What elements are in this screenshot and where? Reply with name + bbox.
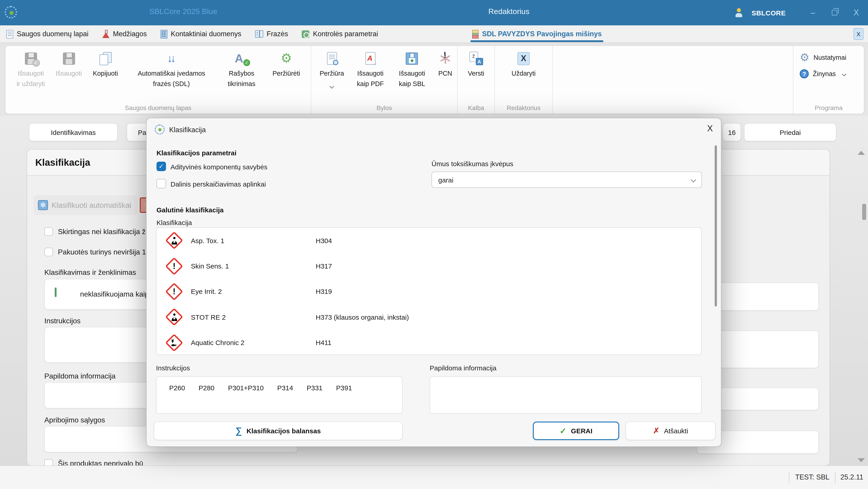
document-icon bbox=[6, 30, 13, 38]
tab-label: Saugos duomenų lapai bbox=[17, 30, 88, 38]
classification-list-label: Klasifikacija bbox=[156, 219, 192, 226]
button-label: tikrinimas bbox=[228, 80, 255, 88]
dialog-logo-icon bbox=[155, 124, 165, 135]
p-codes-field[interactable]: P260 P280 P301+P310 P314 P331 P391 bbox=[156, 376, 403, 414]
button-label: ir uždaryti bbox=[17, 80, 45, 88]
button-label: Versti bbox=[468, 69, 485, 78]
close-window-button[interactable]: X bbox=[850, 8, 863, 18]
question-mark-icon: ? bbox=[800, 69, 809, 78]
hazard-statement-code: H373 (klausos organai, inkstai) bbox=[316, 313, 409, 321]
copy-icon bbox=[99, 52, 112, 65]
translate-button[interactable]: A Versti bbox=[458, 46, 494, 78]
button-label: kaip SBL bbox=[399, 80, 425, 88]
checkbox-product-exempt[interactable] bbox=[44, 459, 53, 465]
p-code[interactable]: P280 bbox=[198, 384, 214, 392]
classification-list[interactable]: Asp. Tox. 1 H304 ! Skin Sens. 1 H317 ! E… bbox=[156, 227, 702, 355]
button-label: Peržiūrėti bbox=[273, 69, 300, 78]
save-as-sbl-button[interactable]: Išsaugoti kaip SBL bbox=[391, 46, 433, 88]
module-tabbar: Saugos duomenų lapai Medžiagos Kontaktin… bbox=[0, 25, 868, 43]
ghs08-health-hazard-pictogram bbox=[165, 232, 183, 250]
hazard-class-name: Asp. Tox. 1 bbox=[191, 237, 316, 244]
p-code[interactable]: P314 bbox=[277, 384, 293, 392]
close-editor-button[interactable]: X Uždaryti bbox=[501, 46, 546, 78]
hazard-statement-code: H304 bbox=[316, 237, 332, 244]
button-label: GERAI bbox=[571, 427, 592, 435]
tab-contact-data[interactable]: Kontaktiniai duomenys bbox=[158, 25, 243, 42]
group-label-files: Bylos bbox=[311, 104, 457, 111]
minimize-button[interactable]: – bbox=[806, 8, 819, 18]
list-item[interactable]: ! Skin Sens. 1 H317 bbox=[156, 253, 701, 279]
ok-button[interactable]: ✓ GERAI bbox=[533, 422, 619, 440]
close-document-tab-button[interactable]: X bbox=[854, 28, 864, 40]
page-tab-label: Priedai bbox=[780, 128, 801, 136]
statusbar: TEST: SBL 25.2.11 bbox=[0, 465, 868, 489]
not-classified-label: neklasifikuojama kaip bbox=[80, 290, 149, 298]
ribbon-group-language: A Versti Kalba bbox=[458, 46, 495, 114]
x-icon: ✗ bbox=[653, 426, 659, 436]
classify-automatically-button[interactable]: ✻ Klasifikuoti automatiškai bbox=[33, 195, 137, 215]
additional-info-field[interactable] bbox=[430, 376, 702, 414]
hazard-statement-code: H317 bbox=[316, 262, 332, 270]
save-and-close-button[interactable]: ✓ Išsaugoti ir uždaryti bbox=[10, 46, 52, 88]
dialog-scrollbar-thumb[interactable] bbox=[715, 145, 717, 307]
tab-label: Frazės bbox=[267, 30, 288, 38]
ribbon: ✓ Išsaugoti ir uždaryti Išsaugoti Kopiju… bbox=[5, 45, 864, 114]
checkbox-different-classification[interactable] bbox=[44, 227, 53, 236]
copy-button[interactable]: Kopijuoti bbox=[86, 46, 125, 78]
auto-phrases-button[interactable]: ↓↓ Automatiškai įvedamos frazės (SDL) bbox=[125, 46, 218, 88]
restore-button[interactable] bbox=[832, 10, 837, 16]
additional-info-label: Papildoma informacija bbox=[44, 372, 116, 380]
preview-button[interactable]: Peržiūra bbox=[314, 46, 350, 90]
list-item[interactable]: ! Eye Irrit. 2 H319 bbox=[156, 279, 701, 305]
page-tab-identification[interactable]: Identifikavimas bbox=[29, 123, 118, 141]
scroll-up-arrow[interactable] bbox=[858, 151, 865, 155]
help-button[interactable]: ? Žinynas bbox=[800, 69, 864, 78]
p-code[interactable]: P391 bbox=[336, 384, 352, 392]
restriction-label: Apribojimo sąlygos bbox=[44, 416, 105, 424]
ribbon-area: ✓ Išsaugoti ir uždaryti Išsaugoti Kopiju… bbox=[0, 43, 868, 116]
cancel-button[interactable]: ✗ Atšaukti bbox=[625, 422, 716, 440]
list-item[interactable]: STOT RE 2 H373 (klausos organai, inkstai… bbox=[156, 304, 701, 330]
acute-toxicity-select[interactable]: garai bbox=[432, 172, 702, 188]
settings-button[interactable]: ⚙ Nustatymai bbox=[800, 52, 864, 63]
acute-toxicity-label: Ūmus toksiškumas įkvėpus bbox=[432, 160, 514, 168]
list-item[interactable]: Aquatic Chronic 2 H411 bbox=[156, 330, 701, 355]
account-label[interactable]: SBLCORE bbox=[751, 9, 786, 17]
classification-labelling-label: Klasifikavimas ir ženklinimas bbox=[44, 268, 136, 277]
pcn-button[interactable]: ! PCN bbox=[433, 46, 457, 78]
checkbox-partial-recalculation[interactable] bbox=[156, 179, 166, 189]
review-button[interactable]: ⚙ Peržiūrėti bbox=[265, 46, 308, 78]
tab-sdl-document-active[interactable]: SDL PAVYZDYS Pavojingas mišinys bbox=[470, 25, 603, 42]
tab-safety-data-sheets[interactable]: Saugos duomenų lapai bbox=[4, 25, 90, 42]
list-item[interactable]: Asp. Tox. 1 H304 bbox=[156, 228, 701, 253]
checkbox-additive-properties[interactable]: ✓ bbox=[156, 162, 166, 171]
tab-phrases[interactable]: Frazės bbox=[253, 25, 290, 42]
page-tab-label: 16 bbox=[728, 128, 736, 136]
page-tab-attachments[interactable]: Priedai bbox=[744, 123, 836, 141]
translate-icon: A bbox=[469, 52, 483, 65]
scroll-down-arrow[interactable] bbox=[858, 458, 865, 462]
dialog-close-button[interactable]: X bbox=[707, 124, 713, 134]
status-divider bbox=[789, 472, 789, 483]
window-context-label: Redaktorius bbox=[475, 7, 543, 16]
tab-control-parameters[interactable]: Kontrolės parametrai bbox=[300, 25, 380, 42]
save-button[interactable]: Išsaugoti bbox=[52, 46, 86, 78]
p-code[interactable]: P331 bbox=[307, 384, 322, 392]
status-version: 25.2.11 bbox=[840, 473, 863, 481]
scrollbar-thumb[interactable] bbox=[862, 204, 866, 220]
spellcheck-button[interactable]: A✓ Rašybos tikrinimas bbox=[218, 46, 265, 88]
chevron-down-icon bbox=[330, 84, 334, 88]
p-code[interactable]: P301+P310 bbox=[228, 384, 264, 392]
checkmark-icon: ✓ bbox=[560, 426, 566, 436]
classification-balance-button[interactable]: ∑ Klasifikacijos balansas bbox=[154, 422, 403, 440]
book-icon bbox=[255, 30, 263, 37]
checkbox-package-content[interactable] bbox=[44, 248, 53, 256]
classification-dialog: Klasifikacija X Klasifikacijos parametra… bbox=[146, 118, 721, 447]
save-as-pdf-button[interactable]: A↓ Išsaugoti kaip PDF bbox=[350, 46, 391, 88]
p-code[interactable]: P260 bbox=[169, 384, 185, 392]
final-classification-heading: Galutinė klasifikacija bbox=[156, 206, 224, 214]
tab-substances[interactable]: Medžiagos bbox=[100, 25, 149, 42]
application-window: SBLCore 2025 Blue Redaktorius SBLCORE – … bbox=[0, 0, 868, 489]
page-tab-16[interactable]: 16 bbox=[723, 123, 741, 141]
ribbon-spacer bbox=[553, 46, 794, 114]
